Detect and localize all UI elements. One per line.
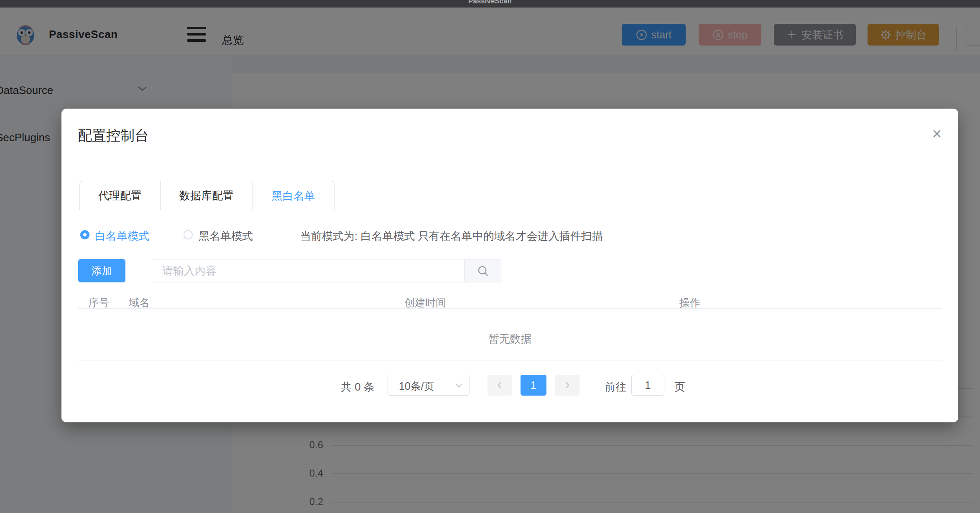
goto-page-input[interactable] — [631, 375, 664, 396]
radio-blacklist-label[interactable]: 黑名单模式 — [199, 229, 253, 244]
radio-whitelist-mode[interactable] — [80, 230, 89, 239]
column-header-index: 序号 — [88, 296, 109, 310]
column-header-action: 操作 — [679, 296, 700, 310]
column-header-domain: 域名 — [129, 296, 150, 310]
search-input[interactable] — [152, 259, 464, 282]
window-title: PassiveScan — [468, 0, 512, 5]
search-button[interactable] — [464, 259, 501, 282]
chevron-down-icon — [454, 382, 464, 389]
search-icon — [477, 264, 489, 277]
close-icon[interactable]: × — [924, 121, 949, 146]
page-size-select[interactable]: 10条/页 — [388, 375, 470, 396]
table-bottom-border — [78, 361, 942, 361]
screen: PassiveScan PassiveScan 总览 — [0, 0, 980, 513]
add-button[interactable]: 添加 — [78, 259, 125, 282]
radio-blacklist-mode[interactable] — [184, 230, 193, 239]
page-unit-label: 页 — [674, 380, 685, 394]
column-header-created: 创建时间 — [404, 296, 446, 310]
pagination-total: 共 0 条 — [341, 380, 375, 394]
page-number-1[interactable]: 1 — [521, 375, 546, 396]
tab-proxy-config[interactable]: 代理配置 — [79, 181, 160, 210]
search-box — [152, 259, 501, 282]
next-page-button[interactable] — [555, 375, 579, 396]
tab-database-config[interactable]: 数据库配置 — [160, 181, 253, 210]
prev-page-button[interactable] — [487, 375, 512, 396]
window-titlebar: PassiveScan — [0, 0, 980, 8]
table-header-border — [78, 308, 942, 309]
radio-whitelist-label[interactable]: 白名单模式 — [95, 229, 149, 244]
chevron-left-icon — [496, 381, 503, 390]
current-mode-hint: 当前模式为: 白名单模式 只有在名单中的域名才会进入插件扫描 — [300, 229, 603, 244]
goto-page-label: 前往 — [605, 380, 626, 394]
dialog-title: 配置控制台 — [78, 126, 149, 145]
config-console-dialog: 配置控制台 × 代理配置 数据库配置 黑白名单 白名单模式 黑名单模式 当前模式… — [61, 109, 958, 422]
tab-black-white-list[interactable]: 黑白名单 — [253, 181, 334, 211]
chevron-right-icon — [564, 381, 571, 390]
table-empty-text: 暂无数据 — [61, 332, 958, 346]
